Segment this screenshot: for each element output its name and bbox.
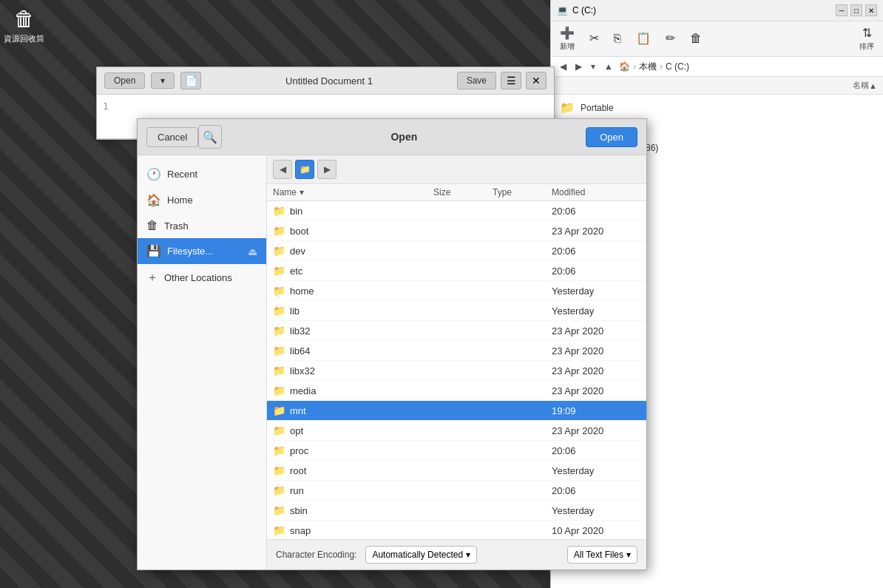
sort-arrow-icon: ▾ bbox=[300, 187, 304, 197]
explorer-win-icon: 💻 bbox=[557, 5, 568, 16]
file-modified: 20:06 bbox=[552, 266, 640, 277]
desktop: 🗑 資源回收筒 💻 C (C:) ─ □ ✕ ➕ 新增 ✂ ⎘ bbox=[0, 0, 883, 588]
file-name: libx32 bbox=[290, 365, 315, 376]
table-row[interactable]: 📁 snap 10 Apr 2020 bbox=[267, 521, 646, 539]
save-button[interactable]: Save bbox=[457, 72, 496, 89]
explorer-maximize-btn[interactable]: □ bbox=[850, 4, 862, 16]
dialog-folder-view-button[interactable]: 📁 bbox=[295, 160, 314, 179]
desktop-trash-icon[interactable]: 🗑 資源回收筒 bbox=[4, 4, 44, 44]
table-row[interactable]: 📁 opt 23 Apr 2020 bbox=[267, 421, 646, 441]
trash-icon: 🗑 bbox=[10, 4, 39, 33]
open-button[interactable]: Open bbox=[104, 72, 145, 89]
table-row[interactable]: 📁 home Yesterday bbox=[267, 281, 646, 301]
dialog-title: Open bbox=[222, 131, 586, 143]
explorer-delete-btn[interactable]: 🗑 bbox=[687, 30, 705, 48]
filetype-value: All Text Files bbox=[574, 550, 623, 560]
open-dropdown-button[interactable]: ▾ bbox=[151, 72, 175, 89]
explorer-dropdown-btn[interactable]: ▾ bbox=[588, 60, 598, 73]
sidebar-item-trash[interactable]: 🗑 Trash bbox=[138, 213, 266, 238]
table-row[interactable]: 📁 libx32 23 Apr 2020 bbox=[267, 361, 646, 381]
file-modified: 20:06 bbox=[552, 246, 640, 257]
explorer-back-btn[interactable]: ◀ bbox=[557, 60, 569, 73]
header-name[interactable]: Name ▾ bbox=[273, 187, 433, 197]
new-file-button[interactable]: 📄 bbox=[180, 72, 201, 89]
table-row[interactable]: 📁 run 20:06 bbox=[267, 481, 646, 501]
trash-icon: 🗑 bbox=[146, 219, 158, 232]
table-row[interactable]: 📁 etc 20:06 bbox=[267, 261, 646, 281]
sidebar-item-home[interactable]: 🏠 Home bbox=[138, 187, 266, 213]
search-icon: 🔍 bbox=[203, 130, 217, 144]
sidebar-item-label: Home bbox=[167, 195, 193, 206]
file-list[interactable]: 📁 bin 20:06 📁 boot 23 Apr 2020 📁 dev 20:… bbox=[267, 201, 646, 539]
file-modified: 10 Apr 2020 bbox=[552, 525, 640, 536]
file-name: Portable bbox=[581, 103, 874, 113]
file-modified: 23 Apr 2020 bbox=[552, 385, 640, 396]
dialog-search-button[interactable]: 🔍 bbox=[198, 125, 222, 149]
file-name: lib64 bbox=[290, 345, 310, 356]
folder-icon: 📁 bbox=[273, 385, 285, 396]
explorer-sort-btn[interactable]: ⇅ 排序 bbox=[856, 24, 877, 53]
table-row[interactable]: 📁 proc 20:06 bbox=[267, 441, 646, 461]
table-row[interactable]: 📁 boot 23 Apr 2020 bbox=[267, 221, 646, 241]
table-row[interactable]: 📁 mnt 19:09 bbox=[267, 401, 646, 421]
header-name-label: Name bbox=[273, 187, 297, 197]
sort-label: 名稱 bbox=[853, 80, 869, 91]
menu-button[interactable]: ☰ bbox=[501, 72, 521, 89]
filesystem-icon: 💾 bbox=[146, 244, 161, 258]
dialog-back-button[interactable]: ◀ bbox=[273, 160, 292, 179]
explorer-minimize-btn[interactable]: ─ bbox=[836, 4, 848, 16]
folder-icon: 📁 bbox=[273, 365, 285, 376]
table-row[interactable]: 📁 media 23 Apr 2020 bbox=[267, 381, 646, 401]
file-modified: Yesterday bbox=[552, 305, 640, 317]
filetype-select[interactable]: All Text Files ▾ bbox=[567, 546, 637, 564]
sidebar-item-other-locations[interactable]: ＋ Other Locations bbox=[138, 264, 266, 291]
explorer-close-btn[interactable]: ✕ bbox=[865, 4, 877, 16]
breadcrumb-machine[interactable]: 本機 bbox=[639, 61, 657, 73]
explorer-cut-btn[interactable]: ✂ bbox=[586, 30, 602, 48]
explorer-paste-btn[interactable]: 📋 bbox=[633, 30, 654, 48]
folder-icon: 📁 bbox=[273, 205, 285, 217]
header-type[interactable]: Type bbox=[493, 187, 552, 197]
explorer-sort-label: 排序 bbox=[859, 41, 874, 52]
dialog-open-button[interactable]: Open bbox=[586, 127, 637, 147]
table-row[interactable]: 📁 root Yesterday bbox=[267, 461, 646, 481]
sidebar-item-recent[interactable]: 🕐 Recent bbox=[138, 161, 266, 187]
explorer-rename-btn[interactable]: ✏ bbox=[663, 30, 678, 48]
home-icon: 🏠 bbox=[146, 193, 161, 207]
dialog-bottom: Character Encoding: Automatically Detect… bbox=[267, 539, 646, 570]
table-row[interactable]: 📁 bin 20:06 bbox=[267, 201, 646, 221]
sidebar-item-label: Trash bbox=[164, 220, 189, 232]
list-item[interactable]: 📁 Portable bbox=[551, 98, 883, 118]
folder-icon: 📁 bbox=[273, 464, 285, 476]
header-modified[interactable]: Modified bbox=[552, 187, 640, 197]
open-dialog: Cancel 🔍 Open Open 🕐 Recent 🏠 Home 🗑 bbox=[137, 118, 647, 570]
folder-icon: 📁 bbox=[560, 101, 575, 115]
file-name: lib bbox=[290, 305, 300, 317]
file-modified: 20:06 bbox=[552, 206, 640, 217]
breadcrumb-current[interactable]: C (C:) bbox=[666, 61, 689, 72]
add-icon: ＋ bbox=[146, 270, 158, 285]
dialog-cancel-button[interactable]: Cancel bbox=[146, 127, 198, 147]
table-row[interactable]: 📁 dev 20:06 bbox=[267, 241, 646, 261]
explorer-forward-btn[interactable]: ▶ bbox=[572, 60, 585, 73]
table-row[interactable]: 📁 sbin Yesterday bbox=[267, 501, 646, 521]
file-modified: 23 Apr 2020 bbox=[552, 226, 640, 237]
file-modified: Yesterday bbox=[552, 285, 640, 297]
header-size[interactable]: Size bbox=[433, 187, 493, 197]
table-row[interactable]: 📁 lib Yesterday bbox=[267, 301, 646, 321]
explorer-title: C (C:) bbox=[572, 5, 596, 16]
eject-icon[interactable]: ⏏ bbox=[248, 246, 257, 257]
file-modified: 23 Apr 2020 bbox=[552, 425, 640, 436]
explorer-up-btn[interactable]: ▲ bbox=[601, 60, 616, 73]
explorer-titlebar: 💻 C (C:) ─ □ ✕ bbox=[551, 0, 883, 21]
explorer-new-btn[interactable]: ➕ 新增 bbox=[557, 24, 578, 53]
table-row[interactable]: 📁 lib32 23 Apr 2020 bbox=[267, 321, 646, 341]
dialog-forward-button[interactable]: ▶ bbox=[317, 160, 336, 179]
explorer-copy-btn[interactable]: ⎘ bbox=[611, 30, 624, 48]
encoding-select[interactable]: Automatically Detected ▾ bbox=[365, 546, 477, 564]
sidebar-item-filesystem[interactable]: 💾 Filesyste... ⏏ bbox=[138, 238, 266, 264]
editor-close-button[interactable]: ✕ bbox=[526, 72, 547, 89]
table-row[interactable]: 📁 lib64 23 Apr 2020 bbox=[267, 341, 646, 361]
sort-chevron-icon: ▲ bbox=[869, 81, 877, 90]
file-name: sbin bbox=[290, 505, 308, 516]
